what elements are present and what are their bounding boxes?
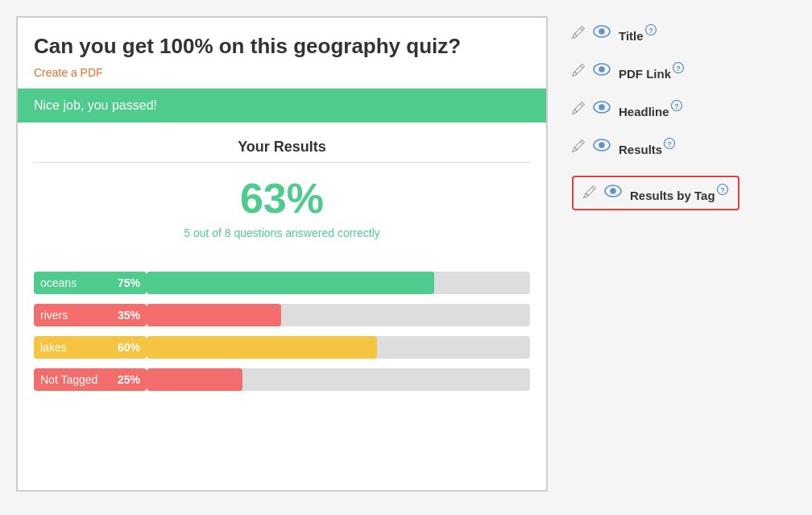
sidebar-item-results-by-tag[interactable]: Results by Tag ? — [572, 176, 740, 210]
svg-text:?: ? — [720, 186, 725, 194]
svg-point-22 — [612, 190, 615, 193]
results-subtext: 5 out of 8 questions answered correctly — [34, 226, 530, 239]
results-divider — [34, 162, 530, 163]
tag-label: rivers35% — [34, 304, 147, 326]
progress-fill — [147, 272, 434, 294]
tag-row: Not Tagged25% — [34, 368, 530, 391]
pencil-icon[interactable] — [583, 185, 596, 201]
progress-track — [147, 304, 530, 326]
pencil-icon[interactable] — [572, 102, 585, 118]
svg-text:?: ? — [667, 140, 672, 148]
tag-label: oceans75% — [34, 272, 147, 294]
pencil-icon[interactable] — [572, 139, 585, 156]
svg-point-17 — [601, 144, 603, 147]
tag-row: oceans75% — [34, 272, 530, 294]
quiz-header: Can you get 100% on this geography quiz?… — [18, 18, 546, 89]
results-label: Your Results — [34, 139, 530, 156]
quiz-title: Can you get 100% on this geography quiz? — [34, 34, 530, 59]
sidebar: Title ? PDF Link ? Headline ? Results ? — [572, 16, 740, 492]
tag-row: lakes60% — [34, 336, 530, 359]
progress-fill — [147, 336, 377, 359]
tag-name: oceans — [40, 276, 77, 289]
sidebar-item-title[interactable]: Title ? — [572, 24, 740, 43]
eye-icon[interactable] — [593, 25, 611, 42]
progress-track — [147, 368, 530, 391]
help-icon[interactable]: ? — [673, 64, 684, 76]
help-icon[interactable]: ? — [717, 186, 728, 197]
tag-label: lakes60% — [34, 336, 147, 359]
tag-name: Not Tagged — [40, 373, 97, 386]
svg-point-12 — [601, 106, 603, 109]
tag-name: rivers — [40, 309, 68, 322]
help-icon[interactable]: ? — [664, 140, 675, 152]
sidebar-item-label: Results by Tag ? — [630, 184, 728, 202]
help-icon[interactable]: ? — [671, 102, 682, 114]
quiz-panel: Can you get 100% on this geography quiz?… — [16, 16, 548, 492]
sidebar-item-results[interactable]: Results ? — [572, 138, 740, 156]
tags-section: oceans75%rivers35%lakes60%Not Tagged25% — [18, 255, 546, 409]
svg-text:?: ? — [648, 27, 653, 35]
progress-track — [147, 336, 530, 359]
tag-name: lakes — [40, 341, 67, 354]
quiz-headline: Nice job, you passed! — [18, 89, 546, 123]
pencil-icon[interactable] — [572, 26, 585, 42]
sidebar-item-label: PDF Link ? — [619, 62, 684, 81]
svg-text:?: ? — [674, 102, 679, 110]
tag-percent: 75% — [118, 276, 140, 289]
svg-point-2 — [601, 31, 603, 33]
sidebar-item-pdf-link[interactable]: PDF Link ? — [572, 62, 740, 81]
main-container: Can you get 100% on this geography quiz?… — [16, 16, 796, 492]
tag-percent: 35% — [118, 309, 140, 322]
svg-text:?: ? — [676, 64, 681, 73]
results-percent: 63% — [34, 176, 530, 222]
sidebar-item-label: Results ? — [619, 138, 675, 156]
tag-row: rivers35% — [34, 304, 530, 326]
tag-percent: 25% — [118, 373, 140, 386]
svg-point-7 — [601, 69, 603, 71]
sidebar-item-label: Title ? — [619, 24, 657, 43]
eye-icon[interactable] — [593, 101, 611, 118]
results-section: Your Results 63% 5 out of 8 questions an… — [18, 123, 546, 255]
eye-icon[interactable] — [593, 139, 611, 156]
help-icon[interactable]: ? — [645, 27, 657, 38]
sidebar-item-headline[interactable]: Headline ? — [572, 100, 740, 118]
pencil-icon[interactable] — [572, 64, 585, 80]
eye-icon[interactable] — [604, 185, 622, 201]
progress-fill — [147, 304, 281, 326]
progress-fill — [147, 368, 242, 391]
tag-label: Not Tagged25% — [34, 368, 147, 391]
eye-icon[interactable] — [593, 63, 611, 80]
tag-percent: 60% — [118, 341, 140, 354]
sidebar-item-label: Headline ? — [619, 100, 682, 118]
progress-track — [147, 272, 530, 294]
pdf-link[interactable]: Create a PDF — [34, 66, 103, 79]
